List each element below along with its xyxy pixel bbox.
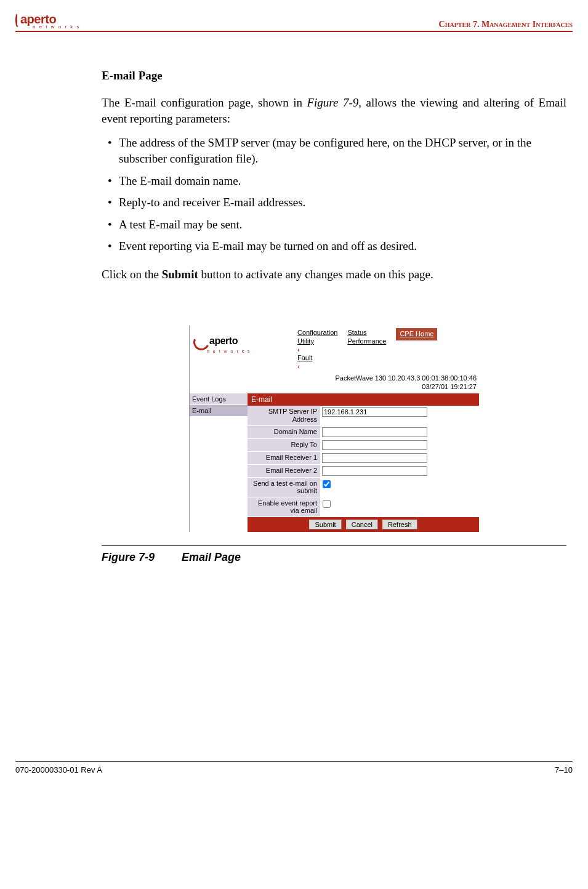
button-row: Submit Cancel Refresh	[248, 517, 479, 532]
figure-divider	[102, 545, 566, 546]
enable-report-label: Enable event report via email	[248, 497, 320, 517]
recv1-label: Email Receiver 1	[248, 452, 320, 464]
logo-subtext: n e t w o r k s	[33, 24, 81, 30]
bullet-item: The E-mail domain name.	[119, 173, 566, 189]
replyto-input[interactable]	[322, 440, 427, 450]
domain-input[interactable]	[322, 427, 427, 437]
screenshot-logo-sub: n e t w o r k s	[207, 349, 289, 353]
panel-title: E-mail	[248, 393, 479, 406]
figure-screenshot: aperto n e t w o r k s Configuration Uti…	[102, 326, 566, 532]
smtp-input[interactable]	[322, 407, 427, 417]
nav-fault-row: ‹ Fault ›	[297, 346, 337, 369]
figure-ref: Figure 7-9	[307, 96, 358, 109]
domain-label: Domain Name	[248, 426, 320, 438]
test-email-label: Send a test e-mail on submit	[248, 478, 320, 497]
nav-performance-link[interactable]: Performance	[347, 337, 386, 345]
cpe-home-button[interactable]: CPE Home	[396, 328, 437, 340]
submit-paragraph: Click on the Submit button to activate a…	[102, 267, 566, 283]
section-title: E-mail Page	[102, 69, 566, 82]
bullet-item: Event reporting via E-mail may be turned…	[119, 238, 566, 254]
intro-paragraph: The E-mail configuration page, shown in …	[102, 95, 566, 126]
figure-title: Email Page	[182, 551, 241, 563]
nav-utility-link[interactable]: Utility	[297, 337, 337, 345]
arrow-right-icon: ›	[297, 363, 300, 370]
nav-status-link[interactable]: Status	[347, 328, 386, 337]
bullet-item: Reply-to and receiver E-mail addresses.	[119, 195, 566, 211]
submit-text-a: Click on the	[102, 268, 162, 281]
recv1-input[interactable]	[322, 453, 427, 463]
arrow-left-icon: ‹	[297, 346, 300, 353]
refresh-button[interactable]: Refresh	[382, 520, 417, 529]
replyto-label: Reply To	[248, 439, 320, 451]
bullet-list: The address of the SMTP server (may be c…	[102, 135, 566, 254]
status-line-2: 03/27/01 19:21:27	[190, 382, 477, 391]
nav-col-1: Configuration Utility ‹ Fault ›	[292, 326, 342, 371]
bullet-item: The address of the SMTP server (may be c…	[119, 135, 566, 166]
enable-report-checkbox[interactable]	[323, 500, 331, 508]
submit-text-c: button to activate any changes made on t…	[198, 268, 433, 281]
screenshot-logo: aperto n e t w o r k s	[190, 326, 292, 371]
footer-right: 7–10	[555, 765, 573, 774]
submit-button[interactable]: Submit	[309, 520, 341, 529]
nav-fault-link[interactable]: Fault	[297, 353, 337, 362]
page-header: aperto n e t w o r k s Chapter 7. Manage…	[15, 12, 573, 32]
recv2-label: Email Receiver 2	[248, 465, 320, 477]
screenshot-logo-text: aperto	[209, 336, 238, 346]
figure-caption: Figure 7-9Email Page	[102, 551, 566, 564]
nav-configuration-link[interactable]: Configuration	[297, 328, 337, 337]
chapter-title: Chapter 7. Management Interfaces	[439, 20, 573, 30]
footer-left: 070-20000330-01 Rev A	[15, 765, 102, 774]
sidebar-item-event-logs[interactable]: Event Logs	[190, 393, 248, 405]
sidebar: Event Logs E-mail	[190, 393, 248, 532]
main-panel: E-mail SMTP Server IP Address Domain Nam…	[248, 393, 479, 532]
recv2-input[interactable]	[322, 466, 427, 476]
logo-arc-icon	[15, 13, 19, 27]
brand-logo: aperto n e t w o r k s	[15, 12, 81, 30]
cancel-button[interactable]: Cancel	[346, 520, 378, 529]
page-footer: 070-20000330-01 Rev A 7–10	[15, 761, 573, 774]
submit-bold: Submit	[162, 268, 198, 281]
bullet-item: A test E-mail may be sent.	[119, 217, 566, 233]
test-email-checkbox[interactable]	[323, 480, 331, 488]
figure-number: Figure 7-9	[102, 551, 182, 564]
sidebar-item-email[interactable]: E-mail	[190, 405, 248, 417]
nav-col-2: Status Performance	[342, 326, 391, 371]
intro-text-a: The E-mail configuration page, shown in	[102, 96, 307, 109]
status-line: PacketWave 130 10.20.43.3 00:01:38:00:10…	[190, 371, 479, 394]
status-line-1: PacketWave 130 10.20.43.3 00:01:38:00:10…	[190, 374, 477, 382]
smtp-label: SMTP Server IP Address	[248, 406, 320, 425]
